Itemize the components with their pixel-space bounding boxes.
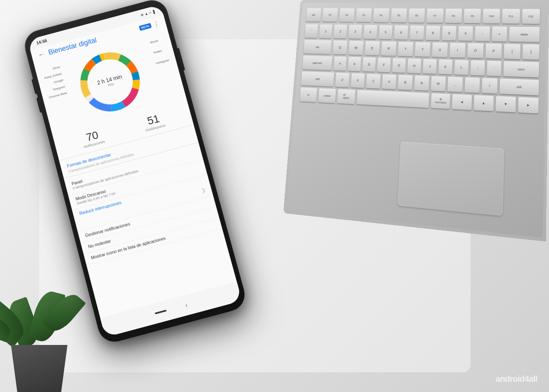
- battery-icon: ▐: [152, 10, 155, 14]
- key-f6[interactable]: F6: [408, 9, 425, 23]
- command-text: command: [435, 101, 446, 105]
- key-alt-option[interactable]: alt option: [337, 89, 355, 104]
- moon-toggle-icon[interactable]: ☽: [199, 187, 206, 195]
- key-m[interactable]: M: [431, 76, 446, 91]
- menu-dots-icon[interactable]: ⋮: [153, 20, 160, 28]
- key-f12[interactable]: F12: [522, 9, 540, 24]
- key-command[interactable]: ⌘ command: [431, 93, 451, 109]
- key-f9[interactable]: F9: [464, 9, 481, 23]
- key-k[interactable]: K: [438, 59, 453, 74]
- key-slash[interactable]: /: [482, 78, 498, 94]
- key-tab[interactable]: tab: [304, 40, 332, 54]
- keyboard-body: esc F1 F2 F3 F4 F5 F6 F7 F8 F9 F10 F11 F…: [286, 3, 546, 238]
- nav-back-chevron[interactable]: ‹: [185, 302, 188, 309]
- key-7[interactable]: 7: [410, 25, 424, 40]
- donut-chart: 2 h 14 min Hoy: [67, 40, 153, 125]
- key-u[interactable]: U: [432, 42, 448, 57]
- wifi-icon: ≈: [149, 11, 151, 15]
- key-8[interactable]: 8: [425, 25, 440, 40]
- key-bracket-r[interactable]: ]: [522, 44, 539, 60]
- key-e[interactable]: E: [365, 41, 380, 56]
- status-time: 14:56: [36, 38, 47, 45]
- key-v[interactable]: V: [382, 74, 396, 89]
- key-9[interactable]: 9: [442, 26, 457, 40]
- beta-badge: BETA: [139, 23, 152, 31]
- key-y[interactable]: Y: [415, 42, 431, 57]
- key-4[interactable]: 4: [364, 25, 378, 39]
- key-shift-r[interactable]: shift: [499, 78, 539, 95]
- key-f11[interactable]: F11: [502, 9, 520, 24]
- key-return[interactable]: return: [504, 61, 539, 78]
- key-bracket-l[interactable]: [: [504, 44, 521, 59]
- key-caps[interactable]: caps lock: [302, 56, 333, 71]
- key-f3[interactable]: F3: [356, 8, 372, 22]
- option-text: option: [343, 96, 349, 100]
- trackpad[interactable]: [397, 142, 504, 216]
- key-f8[interactable]: F8: [445, 9, 462, 23]
- key-minus[interactable]: -: [475, 26, 490, 41]
- key-shift-l[interactable]: shift: [301, 71, 334, 87]
- key-f10[interactable]: F10: [483, 9, 500, 24]
- key-x[interactable]: X: [351, 73, 365, 88]
- key-c[interactable]: C: [366, 74, 381, 89]
- nav-controls: ‹: [154, 302, 188, 317]
- key-arrow-down[interactable]: ▼: [496, 96, 516, 113]
- key-arrow-left[interactable]: ◄: [452, 94, 472, 110]
- key-b[interactable]: B: [398, 75, 413, 90]
- key-p[interactable]: P: [485, 44, 502, 59]
- key-d[interactable]: D: [362, 57, 376, 72]
- key-control[interactable]: control: [318, 88, 336, 103]
- watermark: android4all: [496, 374, 537, 384]
- key-equals[interactable]: =: [492, 26, 507, 41]
- key-z[interactable]: Z: [335, 73, 349, 87]
- key-n[interactable]: N: [414, 75, 429, 91]
- key-w[interactable]: W: [349, 41, 364, 55]
- key-1[interactable]: 1: [319, 24, 333, 38]
- key-f4[interactable]: F4: [373, 8, 389, 22]
- key-6[interactable]: 6: [394, 25, 409, 40]
- key-period[interactable]: .: [464, 77, 480, 93]
- key-f5[interactable]: F5: [391, 8, 407, 22]
- key-delete[interactable]: delete: [509, 27, 540, 42]
- back-arrow-icon[interactable]: ←: [37, 50, 45, 59]
- key-space[interactable]: [356, 90, 429, 108]
- nav-home-indicator: [155, 310, 166, 314]
- key-comma[interactable]: ,: [447, 76, 463, 92]
- key-r[interactable]: R: [381, 41, 396, 56]
- key-h[interactable]: H: [407, 58, 422, 73]
- key-backtick[interactable]: `: [305, 24, 318, 38]
- key-f7[interactable]: F7: [427, 9, 444, 23]
- key-t[interactable]: T: [398, 42, 413, 56]
- chart-labels-left: Otras Keep (notas) Google Telegram Chrom…: [42, 64, 68, 101]
- stat-notifications: 70 Notificaciones: [80, 127, 105, 149]
- key-o[interactable]: O: [467, 43, 484, 58]
- key-i[interactable]: I: [449, 43, 465, 58]
- key-f1[interactable]: F1: [322, 8, 338, 22]
- key-quote[interactable]: ': [487, 61, 502, 76]
- key-l[interactable]: L: [454, 60, 469, 75]
- keyboard: esc F1 F2 F3 F4 F5 F6 F7 F8 F9 F10 F11 F…: [283, 0, 549, 241]
- status-icons: ⊕ ▲ ≈ ▐: [140, 10, 155, 17]
- key-s[interactable]: S: [348, 57, 361, 71]
- key-2[interactable]: 2: [334, 25, 347, 38]
- key-0[interactable]: 0: [458, 26, 473, 41]
- key-f[interactable]: F: [377, 58, 391, 72]
- key-arrow-up[interactable]: ▲: [473, 95, 493, 111]
- bluetooth-icon: ⊕: [140, 13, 144, 17]
- key-esc[interactable]: esc: [306, 8, 321, 21]
- key-j[interactable]: J: [423, 59, 437, 74]
- key-3[interactable]: 3: [348, 25, 362, 39]
- stat-unlocks: 51 Desbloqueos: [142, 111, 166, 132]
- key-semicolon[interactable]: ;: [470, 60, 485, 76]
- signal-icon: ▲: [144, 11, 149, 16]
- key-fn[interactable]: fn: [300, 87, 317, 102]
- key-q[interactable]: Q: [333, 40, 347, 54]
- key-g[interactable]: G: [392, 58, 406, 73]
- plant-pot: [8, 345, 71, 392]
- key-5[interactable]: 5: [378, 25, 393, 39]
- plant-leaves: [0, 235, 75, 353]
- key-a[interactable]: A: [333, 56, 347, 71]
- key-f2[interactable]: F2: [339, 8, 354, 22]
- key-arrow-right[interactable]: ►: [518, 97, 539, 113]
- chart-labels-right: Boost Twitter Instagram: [149, 34, 171, 69]
